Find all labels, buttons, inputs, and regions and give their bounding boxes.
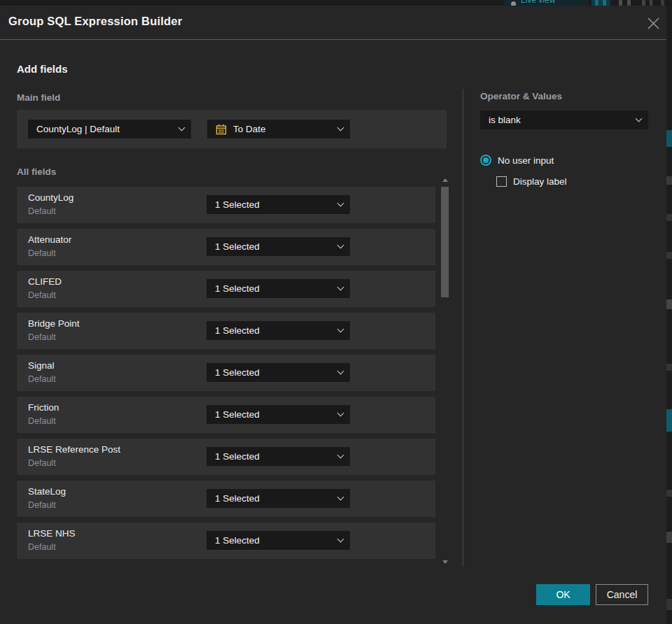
field-values-dropdown[interactable]: 1 Selected [206,195,350,214]
field-subtitle: Default [28,332,56,342]
field-name: Attenuator [28,234,71,245]
field-values-dropdown[interactable]: 1 Selected [206,363,350,382]
date-dropdown-value: To Date [233,124,338,134]
background-app-top-strip: Live view [0,0,672,6]
field-name: LRSE NHS [28,528,76,539]
field-name: StateLog [28,486,66,497]
field-subtitle: Default [28,416,56,426]
field-values-dropdown-value: 1 Selected [215,535,338,546]
operator-dropdown-value: is blank [489,115,636,125]
dialog-title-bar: Group SQL Expression Builder [0,6,666,39]
field-subtitle: Default [28,206,56,216]
field-values-dropdown-value: 1 Selected [215,283,338,294]
field-values-dropdown-value: 1 Selected [215,199,338,210]
ok-button[interactable]: OK [536,584,590,605]
field-name: CountyLog [28,192,74,203]
field-values-dropdown-value: 1 Selected [215,409,338,420]
close-button[interactable] [644,14,662,32]
display-label-checkbox[interactable]: Display label [496,176,567,187]
chevron-down-icon [337,368,344,375]
chevron-down-icon [337,284,344,291]
chevron-down-icon [337,326,344,333]
background-sliver [666,176,672,185]
field-values-dropdown-value: 1 Selected [215,325,338,336]
live-view-label: Live view [521,0,555,5]
field-list-scrollbar[interactable] [438,177,451,564]
header-divider [0,39,666,40]
field-row: CLIFED Default 1 Selected [17,271,435,307]
toolbar-icon-sliver [650,0,652,6]
add-fields-heading: Add fields [17,63,68,75]
field-row: LRSE NHS Default 1 Selected [17,523,435,559]
field-name: LRSE Reference Post [28,444,120,455]
chevron-down-icon [337,410,344,417]
date-field-dropdown[interactable]: To Date [207,120,350,139]
field-values-dropdown-value: 1 Selected [215,367,338,378]
field-values-dropdown[interactable]: 1 Selected [206,237,350,256]
scroll-up-arrow-icon[interactable] [442,178,448,182]
field-row: StateLog Default 1 Selected [17,481,435,517]
field-subtitle: Default [28,374,56,384]
background-teal-sliver [666,130,672,147]
toolbar-icon-sliver [642,0,645,6]
chevron-down-icon [337,494,344,501]
group-sql-expression-builder-dialog: Group SQL Expression Builder Add fields … [0,6,666,624]
no-user-input-radio[interactable]: No user input [480,155,554,166]
field-subtitle: Default [28,500,56,510]
background-sliver [666,299,672,309]
checkbox-unchecked-icon [496,176,507,187]
dialog-title: Group SQL Expression Builder [8,15,182,28]
field-subtitle: Default [28,542,56,552]
chevron-down-icon [337,242,344,249]
field-values-dropdown[interactable]: 1 Selected [206,489,350,508]
background-sliver [666,532,672,543]
background-sliver [666,599,672,610]
field-row: CountyLog Default 1 Selected [17,187,435,223]
panel-divider [463,89,463,567]
calendar-icon [216,124,227,135]
field-name: CLIFED [28,276,62,287]
live-view-toggle[interactable]: Live view [504,0,589,6]
chevron-down-icon [337,452,344,459]
field-name: Signal [28,360,55,371]
display-label-label: Display label [513,176,567,187]
all-fields-list: CountyLog Default 1 Selected Attenuator … [17,187,435,565]
field-row: LRSE Reference Post Default 1 Selected [17,439,435,475]
operator-dropdown[interactable]: is blank [480,111,648,129]
close-icon [648,17,659,29]
radio-dot [483,157,489,163]
main-field-dropdown-value: CountyLog | Default [36,124,179,134]
field-values-dropdown[interactable]: 1 Selected [206,531,350,550]
scroll-down-arrow-icon[interactable] [442,560,448,564]
chevron-down-icon [337,200,344,207]
all-fields-label: All fields [17,166,56,177]
field-subtitle: Default [28,458,56,468]
field-subtitle: Default [28,290,56,300]
field-values-dropdown[interactable]: 1 Selected [206,321,350,340]
field-values-dropdown[interactable]: 1 Selected [206,279,350,298]
field-subtitle: Default [28,248,56,258]
toolbar-icon-sliver [603,0,606,6]
scrollbar-thumb[interactable] [441,187,449,297]
background-sliver [666,214,672,221]
toolbar-icon-sliver [595,0,598,6]
toolbar-icon-sliver [619,0,622,6]
radio-selected-icon [480,155,491,166]
toolbar-icon-sliver [627,0,631,6]
chevron-down-icon [337,536,344,543]
toolbar-icon-sliver [661,0,664,6]
chevron-down-icon [178,125,186,132]
field-values-dropdown[interactable]: 1 Selected [206,405,350,424]
field-name: Bridge Point [28,318,80,329]
field-values-dropdown-value: 1 Selected [215,241,338,252]
field-values-dropdown[interactable]: 1 Selected [206,447,350,466]
main-field-dropdown[interactable]: CountyLog | Default [28,120,191,139]
main-field-label: Main field [17,92,60,103]
background-teal-sliver [666,409,672,432]
no-user-input-label: No user input [498,155,554,166]
operator-values-heading: Operator & Values [480,91,562,101]
field-row: Signal Default 1 Selected [17,355,435,391]
cancel-button[interactable]: Cancel [596,584,648,605]
field-row: Attenuator Default 1 Selected [17,229,435,265]
field-row: Bridge Point Default 1 Selected [17,313,435,349]
